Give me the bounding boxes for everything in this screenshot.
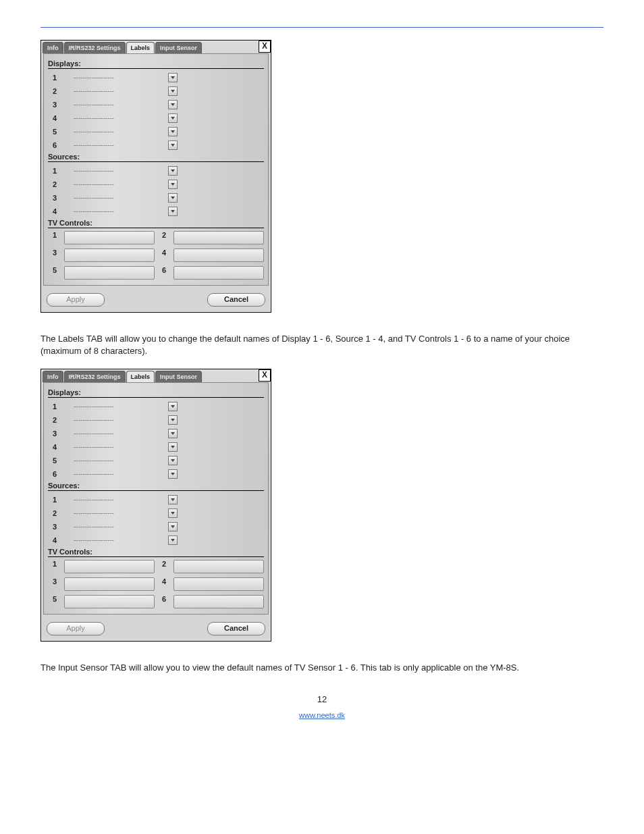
- displays-heading: Displays:: [48, 388, 264, 398]
- list-row: 3------------------: [48, 427, 264, 440]
- cancel-button[interactable]: Cancel: [207, 622, 265, 635]
- chevron-down-icon[interactable]: [168, 415, 178, 425]
- cancel-button[interactable]: Cancel: [207, 293, 265, 307]
- chevron-down-icon[interactable]: [168, 456, 178, 465]
- row-number: 5: [48, 595, 61, 608]
- label-field[interactable]: ------------------: [74, 523, 148, 531]
- chevron-down-icon[interactable]: [168, 469, 178, 479]
- apply-button[interactable]: Apply: [47, 622, 105, 635]
- tab-info[interactable]: Info: [43, 371, 63, 382]
- label-field[interactable]: ------------------: [74, 167, 148, 175]
- label-field[interactable]: ------------------: [74, 101, 148, 109]
- label-field[interactable]: ------------------: [74, 443, 148, 451]
- list-row: 5------------------: [48, 454, 264, 467]
- sources-heading: Sources:: [48, 481, 264, 491]
- chevron-down-icon[interactable]: [168, 193, 178, 203]
- chevron-down-icon[interactable]: [168, 166, 178, 176]
- row-number: 2: [157, 231, 171, 244]
- tab-ir[interactable]: IR/RS232 Settings: [64, 371, 126, 382]
- tab-ir[interactable]: IR/RS232 Settings: [64, 42, 126, 53]
- chevron-down-icon[interactable]: [168, 180, 178, 189]
- chevron-down-icon[interactable]: [168, 113, 178, 123]
- tab-sensor[interactable]: Input Sensor: [155, 42, 202, 53]
- tv-control-field[interactable]: [64, 595, 155, 608]
- tv-control-field[interactable]: [64, 266, 155, 280]
- tv-control-field[interactable]: [173, 577, 264, 591]
- row-number: 5: [48, 128, 61, 136]
- tv-control-field[interactable]: [173, 595, 264, 608]
- apply-button[interactable]: Apply: [47, 293, 105, 307]
- chevron-down-icon[interactable]: [168, 495, 178, 504]
- tab-bar: Info IR/RS232 Settings Labels Input Sens…: [41, 369, 271, 382]
- tab-bar: Info IR/RS232 Settings Labels Input Sens…: [41, 41, 271, 53]
- row-number: 3: [48, 429, 61, 438]
- label-field[interactable]: ------------------: [74, 496, 148, 504]
- tv-control-field[interactable]: [173, 560, 264, 573]
- chevron-down-icon[interactable]: [168, 442, 178, 452]
- label-field[interactable]: ------------------: [74, 457, 148, 465]
- label-field[interactable]: ------------------: [74, 128, 148, 136]
- list-row: 2------------------: [48, 507, 264, 519]
- list-row: 1------------------: [48, 72, 264, 84]
- row-number: 1: [48, 402, 61, 411]
- list-row: 4------------------: [48, 534, 264, 546]
- tv-grid: 123456: [48, 560, 264, 608]
- list-row: 1------------------: [48, 165, 264, 177]
- tv-control-field[interactable]: [173, 231, 264, 244]
- list-row: 2------------------: [48, 178, 264, 190]
- list-row: 2------------------: [48, 414, 264, 426]
- label-field[interactable]: ------------------: [74, 180, 148, 188]
- tv-control-field[interactable]: [173, 249, 264, 262]
- tv-grid: 123456: [48, 231, 264, 280]
- label-field[interactable]: ------------------: [74, 429, 148, 438]
- chevron-down-icon[interactable]: [168, 207, 178, 216]
- tv-control-field[interactable]: [64, 249, 155, 262]
- tab-labels[interactable]: Labels: [126, 371, 155, 382]
- row-number: 6: [157, 266, 171, 280]
- close-icon[interactable]: X: [259, 41, 271, 53]
- chevron-down-icon[interactable]: [168, 522, 178, 531]
- label-field[interactable]: ------------------: [74, 141, 148, 149]
- tab-sensor[interactable]: Input Sensor: [155, 371, 202, 382]
- label-field[interactable]: ------------------: [74, 402, 148, 411]
- list-row: 6------------------: [48, 468, 264, 480]
- tv-control-field[interactable]: [64, 231, 155, 244]
- row-number: 3: [48, 194, 61, 202]
- row-number: 1: [48, 496, 61, 504]
- label-field[interactable]: ------------------: [74, 74, 148, 82]
- chevron-down-icon[interactable]: [168, 402, 178, 411]
- row-number: 2: [48, 180, 61, 188]
- label-field[interactable]: ------------------: [74, 536, 148, 544]
- label-field[interactable]: ------------------: [74, 416, 148, 424]
- chevron-down-icon[interactable]: [168, 536, 178, 545]
- tv-control-field[interactable]: [64, 560, 155, 573]
- label-field[interactable]: ------------------: [74, 87, 148, 95]
- chevron-down-icon[interactable]: [168, 140, 178, 150]
- label-field[interactable]: ------------------: [74, 509, 148, 517]
- chevron-down-icon[interactable]: [168, 100, 178, 109]
- chevron-down-icon[interactable]: [168, 127, 178, 136]
- label-field[interactable]: ------------------: [74, 207, 148, 215]
- row-number: 4: [48, 114, 61, 122]
- row-number: 5: [48, 266, 61, 280]
- tab-info[interactable]: Info: [43, 42, 63, 53]
- footer-link[interactable]: www.neets.dk: [0, 711, 644, 719]
- chevron-down-icon[interactable]: [168, 509, 178, 518]
- label-field[interactable]: ------------------: [74, 470, 148, 478]
- tab-labels[interactable]: Labels: [126, 42, 155, 53]
- close-icon[interactable]: X: [259, 369, 271, 382]
- chevron-down-icon[interactable]: [168, 429, 178, 438]
- row-number: 6: [48, 141, 61, 149]
- chevron-down-icon[interactable]: [168, 86, 178, 96]
- label-field[interactable]: ------------------: [74, 194, 148, 202]
- tv-control-field[interactable]: [173, 266, 264, 280]
- dialog-buttons: Apply Cancel: [41, 617, 271, 641]
- tv-control-field[interactable]: [64, 577, 155, 591]
- row-number: 4: [157, 577, 171, 591]
- chevron-down-icon[interactable]: [168, 73, 178, 82]
- list-row: 1------------------: [48, 494, 264, 506]
- row-number: 1: [48, 560, 61, 573]
- row-number: 4: [48, 443, 61, 451]
- label-field[interactable]: ------------------: [74, 114, 148, 122]
- row-number: 4: [48, 536, 61, 544]
